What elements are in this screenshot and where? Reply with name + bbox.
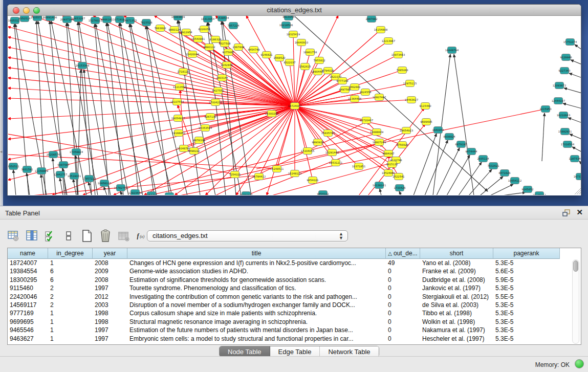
citation-network-graph[interactable]: 1605312183505141405571220691406209371911…: [8, 16, 581, 195]
tab-edge-table[interactable]: Edge Table: [270, 346, 320, 357]
table-cell[interactable]: 22420046: [8, 293, 48, 301]
graph-node[interactable]: 15248122: [288, 170, 301, 177]
graph-node[interactable]: 9860124: [168, 27, 181, 33]
table-cell[interactable]: 1998: [93, 309, 127, 317]
table-cell[interactable]: Investigating the contribution of common…: [127, 293, 386, 301]
table-cell[interactable]: 5.3E-5: [493, 335, 560, 343]
graph-node[interactable]: 16154808: [374, 27, 387, 33]
graph-node[interactable]: 9498222: [188, 148, 200, 155]
table-cell[interactable]: Tourette syndrome. Phenomenology and cla…: [127, 284, 386, 292]
table-cell[interactable]: Embryonic stem cells: a model to study s…: [127, 335, 386, 343]
table-cell[interactable]: 5.3E-5: [493, 259, 560, 267]
graph-node[interactable]: 16053121: [8, 17, 21, 24]
table-cell[interactable]: Yano et al. (2008): [420, 259, 493, 267]
table-row[interactable]: 1872400712008Changes of HCN gene express…: [8, 259, 573, 267]
table-cell[interactable]: 5.3E-5: [493, 309, 560, 317]
graph-node[interactable]: 21364486: [348, 96, 361, 102]
graph-node[interactable]: 2718120: [177, 69, 189, 75]
table-cell[interactable]: Stergiakouli et al. (2012): [420, 293, 493, 301]
graph-node[interactable]: 16648794: [445, 47, 459, 54]
table-cell[interactable]: 0: [386, 293, 420, 301]
table-cell[interactable]: 5.9E-5: [493, 276, 560, 284]
table-selector-dropdown[interactable]: citations_edges.txt ▲▼: [147, 230, 348, 242]
graph-node[interactable]: 9242844: [221, 62, 233, 69]
table-row[interactable]: 969969511998Structural magnetic resonanc…: [8, 318, 573, 326]
graph-node[interactable]: 16640910: [295, 39, 308, 46]
table-cell[interactable]: 2003: [93, 301, 127, 309]
table-cell[interactable]: de Silva et al. (2003): [420, 301, 493, 309]
graph-node[interactable]: 1640954: [432, 127, 444, 134]
graph-node[interactable]: 7485063: [396, 67, 408, 74]
table-cell[interactable]: 6: [48, 276, 93, 284]
graph-node[interactable]: 12213967: [382, 38, 395, 45]
show-column-icon[interactable]: [26, 230, 38, 242]
column-header-pagerank[interactable]: pagerank: [493, 248, 560, 259]
graph-node[interactable]: 8267130: [204, 114, 216, 120]
memory-ok-indicator[interactable]: [575, 359, 584, 368]
graph-node[interactable]: 9146821: [260, 52, 272, 58]
graph-node[interactable]: 8186328: [209, 36, 221, 43]
graph-node[interactable]: 8350514: [18, 16, 31, 22]
table-cell[interactable]: Wolkin et al. (1998): [420, 318, 493, 326]
graph-node[interactable]: 8471626: [498, 170, 510, 177]
graph-node[interactable]: 7955812: [313, 57, 325, 64]
table-cell[interactable]: 5.3E-5: [493, 326, 560, 334]
graph-node[interactable]: 7663822: [154, 25, 166, 32]
table-cell[interactable]: 1: [48, 259, 93, 267]
table-row[interactable]: 1830029562008Estimation of significance …: [8, 276, 573, 284]
graph-node[interactable]: 9115460: [419, 103, 431, 110]
graph-node[interactable]: 8912954: [180, 29, 192, 36]
table-cell[interactable]: 1997: [93, 284, 127, 292]
graph-node[interactable]: 9890112: [203, 44, 215, 51]
graph-node[interactable]: 12975115: [403, 80, 417, 87]
table-cell[interactable]: 18300295: [8, 276, 48, 284]
table-cell[interactable]: 1998: [93, 318, 127, 326]
graph-node[interactable]: 19218506: [279, 22, 293, 29]
table-cell[interactable]: 5.3E-5: [493, 284, 560, 292]
table-row[interactable]: 946554611997Estimation of the future num…: [8, 326, 573, 334]
table-cell[interactable]: 1: [48, 335, 93, 343]
table-cell[interactable]: Franke et al. (2009): [420, 267, 493, 275]
graph-node[interactable]: 8427552: [212, 87, 224, 94]
graph-node[interactable]: 8350511: [8, 163, 19, 170]
graph-node[interactable]: 9245652: [521, 186, 533, 193]
table-options-icon[interactable]: [7, 230, 19, 242]
graph-node[interactable]: 19654923: [400, 127, 413, 134]
table-cell[interactable]: 1: [48, 309, 93, 317]
table-cell[interactable]: 5.5E-5: [493, 293, 560, 301]
graph-node[interactable]: 15751074: [563, 39, 577, 46]
graph-node[interactable]: 9129946: [560, 54, 572, 61]
graph-node[interactable]: 1815132: [386, 161, 398, 168]
graph-node[interactable]: 16733417: [574, 173, 581, 180]
graph-node[interactable]: 2803144: [216, 75, 228, 81]
window-titlebar[interactable]: citations_edges.txt: [8, 5, 581, 16]
column-header-name[interactable]: name: [8, 248, 48, 259]
table-cell[interactable]: 0: [386, 335, 420, 343]
graph-node[interactable]: 1568520: [273, 55, 285, 61]
table-cell[interactable]: 0: [386, 301, 420, 309]
graph-node[interactable]: 16961758: [303, 49, 317, 56]
graph-node[interactable]: 14671355: [123, 17, 137, 24]
float-window-icon[interactable]: [562, 209, 571, 217]
graph-node[interactable]: 9699695: [420, 119, 432, 125]
graph-node[interactable]: 19166852: [172, 130, 185, 137]
graph-node[interactable]: 16540981: [191, 36, 205, 42]
graph-node[interactable]: 14519041: [68, 173, 81, 180]
tab-node-table[interactable]: Node Table: [220, 346, 270, 357]
table-cell[interactable]: 6: [48, 267, 93, 275]
graph-node[interactable]: 3215953: [539, 106, 551, 113]
table-cell[interactable]: 0: [386, 318, 420, 326]
table-row[interactable]: 911546021997Tourette syndrome. Phenomeno…: [8, 284, 573, 292]
graph-node[interactable]: 2367608: [232, 44, 244, 51]
table-cell[interactable]: Changes of HCN gene expression and I(f) …: [127, 259, 386, 267]
graph-node[interactable]: 15248511: [270, 166, 284, 172]
table-row[interactable]: 946362711997Embryonic stem cells: a mode…: [8, 335, 573, 343]
table-cell[interactable]: 1: [48, 326, 93, 334]
graph-node[interactable]: 18313054: [201, 16, 215, 23]
graph-node[interactable]: 7462661: [349, 84, 360, 91]
table-cell[interactable]: 5.6E-5: [493, 267, 560, 275]
table-cell[interactable]: 0: [386, 284, 420, 292]
graph-node[interactable]: 16245311: [533, 192, 546, 196]
graph-node[interactable]: 9097587: [57, 162, 69, 168]
graph-node[interactable]: 9457791: [145, 192, 157, 196]
